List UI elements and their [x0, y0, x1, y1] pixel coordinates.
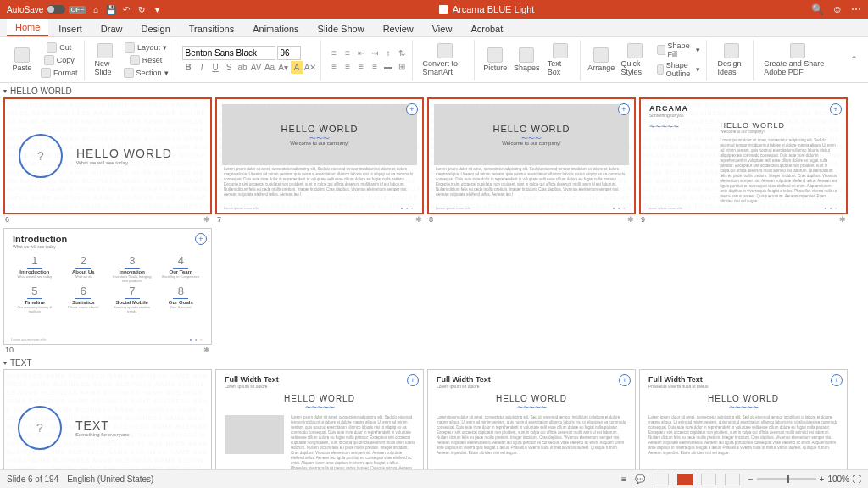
smile-icon[interactable]: ☺	[832, 3, 843, 15]
slide-thumb-8[interactable]: BUSINESS NAME BUSINESS NAME BUSINESS NAM…	[427, 97, 636, 225]
strike-button[interactable]: S	[223, 61, 236, 74]
highlight-button[interactable]: A	[291, 61, 303, 74]
section-header[interactable]: ▾HELLO WORLD	[3, 85, 865, 97]
new-slide-button[interactable]: New Slide	[92, 42, 119, 78]
reading-view-button[interactable]	[701, 474, 716, 485]
zoom-control[interactable]: − + 100% ⛶	[748, 474, 861, 484]
text-direction-button[interactable]: ⇅	[396, 47, 409, 59]
font-name-input[interactable]	[182, 46, 275, 60]
notes-button[interactable]: ≡	[621, 474, 626, 484]
cut-button[interactable]: Cut	[38, 42, 81, 53]
numbering-button[interactable]: ≡	[342, 47, 354, 59]
quick-styles-button[interactable]: Quick Styles	[617, 42, 652, 78]
align-right-button[interactable]: ≡	[355, 60, 368, 73]
format-painter-button[interactable]: Format	[38, 67, 81, 79]
transition-icon: ✱	[415, 215, 422, 224]
font-color-button[interactable]: A▾	[277, 61, 290, 74]
language-indicator[interactable]: English (United States)	[67, 474, 153, 484]
slideshow-view-button[interactable]	[725, 474, 740, 485]
tab-acrobat[interactable]: Acrobat	[462, 21, 511, 36]
fit-window-icon[interactable]: ⛶	[853, 474, 861, 484]
columns-button[interactable]: ▬	[382, 60, 395, 73]
slide-thumb-12[interactable]: Full Width TextLorem ipsum sit doloreHEL…	[215, 369, 424, 469]
slide-thumb-9[interactable]: BUSINESS NAME BUSINESS NAME BUSINESS NAM…	[639, 97, 848, 225]
zoom-percent[interactable]: 100%	[827, 474, 849, 484]
section-button[interactable]: Section▾	[121, 67, 171, 79]
body-text: Lorem ipsum dolor sit amet, consectetur …	[291, 415, 415, 469]
zoom-out-icon[interactable]: −	[748, 474, 754, 484]
animation-badge[interactable]: +	[195, 233, 207, 245]
bullets-button[interactable]: ≡	[328, 47, 341, 59]
convert-smartart-button[interactable]: Convert to SmartArt	[420, 42, 470, 78]
shape-outline-button[interactable]: Shape Outline▾	[654, 60, 704, 79]
reset-button[interactable]: Reset	[121, 54, 171, 66]
arrange-button[interactable]: Arrange	[587, 46, 615, 74]
align-center-button[interactable]: ≡	[342, 60, 354, 73]
tab-design[interactable]: Design	[133, 21, 179, 36]
slide-sorter-view[interactable]: ▾HELLO WORLDBUSINESS NAME BUSINESS NAME …	[0, 83, 868, 469]
home-icon[interactable]: ⌂	[91, 4, 101, 14]
undo-icon[interactable]: ↶	[121, 4, 131, 14]
indent-inc-button[interactable]: ⇥	[369, 47, 381, 59]
zoom-slider[interactable]	[757, 478, 816, 480]
animation-badge[interactable]: +	[618, 103, 630, 115]
copy-button[interactable]: Copy	[38, 54, 81, 66]
autosave-toggle[interactable]: AutoSave OFF	[7, 5, 86, 14]
slide-thumb-10[interactable]: IntroductionWhat we will see today1Intro…	[3, 228, 212, 355]
align-left-button[interactable]: ≡	[328, 60, 341, 73]
paste-button[interactable]: Paste	[8, 46, 36, 74]
tab-transitions[interactable]: Transitions	[181, 21, 242, 36]
tab-draw[interactable]: Draw	[92, 21, 131, 36]
underline-button[interactable]: U	[209, 61, 222, 74]
more-icon[interactable]: ⋯	[851, 3, 861, 15]
ribbon-collapse-icon[interactable]: ⌃	[845, 54, 863, 65]
design-ideas-button[interactable]: Design Ideas	[714, 42, 749, 78]
transition-icon: ✱	[627, 215, 634, 224]
redo-icon[interactable]: ↻	[136, 4, 147, 14]
animation-badge[interactable]: +	[830, 103, 842, 115]
slide-thumb-11[interactable]: BUSINESS NAME BUSINESS NAME BUSINESS NAM…	[3, 369, 212, 469]
tab-home[interactable]: Home	[7, 19, 48, 36]
slide-thumb-14[interactable]: Full Width TextPhasellus viverra nulla u…	[639, 369, 848, 469]
line-spacing-button[interactable]: ↕	[382, 47, 395, 59]
normal-view-button[interactable]	[654, 474, 669, 485]
animation-badge[interactable]: +	[406, 103, 418, 115]
bold-button[interactable]: B	[182, 61, 195, 74]
clear-format-button[interactable]: A✕	[304, 61, 317, 74]
shadow-button[interactable]: ab	[236, 61, 249, 74]
picture-button[interactable]: Picture	[481, 46, 509, 74]
spacing-button[interactable]: AV	[250, 61, 263, 74]
tab-animations[interactable]: Animations	[244, 21, 307, 36]
zoom-in-icon[interactable]: +	[820, 474, 825, 484]
italic-button[interactable]: I	[196, 61, 209, 74]
save-icon[interactable]: 💾	[106, 4, 116, 14]
tab-view[interactable]: View	[424, 21, 461, 36]
slide-counter[interactable]: Slide 6 of 194	[7, 474, 58, 484]
justify-button[interactable]: ≡	[369, 60, 381, 73]
slide-thumb-6[interactable]: BUSINESS NAME BUSINESS NAME BUSINESS NAM…	[3, 97, 212, 225]
layout-button[interactable]: Layout▾	[121, 42, 171, 53]
comments-button[interactable]: 💬	[635, 474, 645, 484]
tab-insert[interactable]: Insert	[50, 21, 91, 36]
animation-badge[interactable]: +	[619, 374, 631, 386]
case-button[interactable]: Aa	[264, 61, 276, 74]
animation-badge[interactable]: +	[407, 374, 419, 386]
section-header[interactable]: ▾TEXT	[3, 357, 865, 369]
slide-thumb-13[interactable]: Full Width TextLorem ipsum sit doloreHEL…	[427, 369, 636, 469]
slide-subtitle: What we will see today	[13, 244, 203, 249]
shapes-button[interactable]: Shapes	[512, 46, 542, 74]
shape-fill-button[interactable]: Shape Fill▾	[654, 41, 704, 59]
adobe-pdf-button[interactable]: Create and Share Adobe PDF	[760, 42, 835, 78]
qat-more-icon[interactable]: ▾	[152, 4, 162, 14]
search-icon[interactable]: 🔍	[811, 3, 824, 15]
text-box-button[interactable]: Text Box	[544, 42, 577, 78]
tab-review[interactable]: Review	[375, 21, 422, 36]
tab-slide-show[interactable]: Slide Show	[309, 21, 373, 36]
slide-thumb-7[interactable]: BUSINESS NAME BUSINESS NAME BUSINESS NAM…	[215, 97, 424, 225]
indent-dec-button[interactable]: ⇤	[355, 47, 368, 59]
sorter-view-button[interactable]	[677, 474, 693, 485]
align-text-button[interactable]: ⊞	[396, 60, 409, 73]
font-size-input[interactable]	[277, 46, 301, 60]
body-text: Lorem ipsum dolor sit amet, consectetur …	[437, 415, 626, 456]
animation-badge[interactable]: +	[831, 374, 843, 386]
